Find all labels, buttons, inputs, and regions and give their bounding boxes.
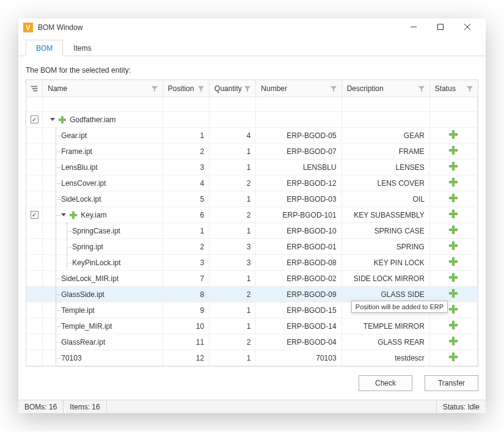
row-position-cell[interactable]: 1 — [163, 223, 210, 238]
row-number-cell[interactable]: ERP-BGOD-10 — [256, 223, 341, 238]
row-checkbox-cell[interactable] — [26, 128, 43, 143]
row-number-cell[interactable]: ERP-BGOD-101 — [256, 207, 341, 222]
row-description-cell[interactable] — [342, 112, 430, 127]
filter-cell-position[interactable] — [163, 97, 210, 111]
row-position-cell[interactable]: 12 — [163, 350, 210, 365]
filter-cell-number[interactable] — [256, 97, 341, 111]
row-status-cell[interactable] — [430, 144, 478, 159]
row-position-cell[interactable]: 3 — [163, 160, 210, 175]
row-name-cell[interactable]: LensBlu.ipt — [43, 160, 163, 175]
row-description-cell[interactable]: LENSES — [342, 160, 430, 175]
tree-toggle-icon[interactable] — [61, 213, 66, 216]
row-checkbox-cell[interactable] — [26, 255, 43, 270]
row-description-cell[interactable]: SPRING CASE — [342, 223, 430, 238]
table-row[interactable]: Key.iam62ERP-BGOD-101KEY SUBASSEMBLY — [26, 207, 478, 223]
row-position-cell[interactable]: 1 — [163, 128, 210, 143]
row-position-cell[interactable]: 11 — [163, 334, 210, 350]
row-quantity-cell[interactable]: 1 — [210, 144, 256, 159]
row-status-cell[interactable] — [430, 223, 478, 238]
row-name-cell[interactable]: Temple.ipt — [43, 302, 163, 318]
table-row[interactable]: Spring.ipt23ERP-BGOD-01SPRING — [26, 239, 478, 255]
row-name-cell[interactable]: SpringCase.ipt — [43, 223, 163, 238]
row-quantity-cell[interactable]: 1 — [210, 160, 256, 175]
row-name-cell[interactable]: Godfather.iam — [43, 112, 163, 127]
row-name-cell[interactable]: 70103 — [43, 350, 163, 365]
row-checkbox-cell[interactable] — [26, 271, 43, 286]
row-quantity-cell[interactable] — [210, 112, 256, 127]
row-checkbox-cell[interactable] — [26, 207, 43, 222]
filter-icon[interactable] — [331, 86, 337, 92]
row-name-cell[interactable]: Frame.ipt — [43, 144, 163, 159]
row-position-cell[interactable]: 3 — [163, 255, 210, 270]
row-checkbox-cell[interactable] — [26, 112, 43, 127]
row-description-cell[interactable]: SPRING — [342, 239, 430, 254]
row-number-cell[interactable]: ERP-BGOD-14 — [256, 318, 341, 334]
filter-icon[interactable] — [244, 86, 250, 92]
row-quantity-cell[interactable]: 2 — [210, 175, 256, 191]
row-quantity-cell[interactable]: 4 — [210, 128, 256, 143]
row-position-cell[interactable]: 6 — [163, 207, 210, 222]
row-status-cell[interactable] — [430, 239, 478, 254]
row-name-cell[interactable]: Temple_MIR.ipt — [43, 318, 163, 334]
row-status-cell[interactable] — [430, 160, 478, 175]
row-quantity-cell[interactable]: 2 — [210, 334, 256, 350]
row-quantity-cell[interactable]: 1 — [210, 223, 256, 238]
table-row[interactable]: LensBlu.ipt31LENSBLULENSES — [26, 160, 478, 175]
row-number-cell[interactable]: ERP-BGOD-02 — [256, 271, 341, 286]
row-status-cell[interactable] — [430, 207, 478, 222]
row-number-cell[interactable]: ERP-BGOD-03 — [256, 191, 341, 207]
row-quantity-cell[interactable]: 1 — [210, 350, 256, 365]
row-name-cell[interactable]: SideLock_MIR.ipt — [43, 271, 163, 286]
filter-icon[interactable] — [152, 86, 158, 92]
row-description-cell[interactable]: FRAME — [342, 144, 430, 159]
header-name[interactable]: Name — [43, 80, 163, 97]
row-status-cell[interactable] — [430, 350, 478, 365]
row-checkbox-cell[interactable] — [26, 334, 43, 350]
row-number-cell[interactable]: ERP-BGOD-12 — [256, 175, 341, 191]
table-row[interactable]: Godfather.iam — [26, 112, 478, 128]
row-checkbox-cell[interactable] — [26, 223, 43, 238]
header-description[interactable]: Description — [342, 80, 430, 97]
row-number-cell[interactable] — [256, 112, 341, 127]
tab-bom[interactable]: BOM — [26, 40, 63, 56]
minimize-button[interactable] — [405, 23, 422, 32]
row-position-cell[interactable]: 4 — [163, 175, 210, 191]
row-number-cell[interactable]: ERP-BGOD-05 — [256, 128, 341, 143]
table-row[interactable]: SpringCase.ipt11ERP-BGOD-10SPRING CASE — [26, 223, 478, 239]
row-description-cell[interactable]: testdescr — [342, 350, 430, 365]
row-status-cell[interactable] — [430, 175, 478, 191]
check-button[interactable]: Check — [359, 375, 412, 391]
header-status[interactable]: Status — [430, 80, 478, 97]
close-button[interactable] — [459, 23, 476, 32]
row-number-cell[interactable]: LENSBLU — [256, 160, 341, 175]
row-position-cell[interactable]: 10 — [163, 318, 210, 334]
row-quantity-cell[interactable]: 3 — [210, 239, 256, 254]
row-description-cell[interactable]: TEMPLE MIRROR — [342, 318, 430, 334]
row-number-cell[interactable]: ERP-BGOD-04 — [256, 334, 341, 350]
row-name-cell[interactable]: LensCover.ipt — [43, 175, 163, 191]
filter-cell-quantity[interactable] — [210, 97, 256, 111]
row-status-cell[interactable] — [430, 191, 478, 207]
row-checkbox-cell[interactable] — [26, 302, 43, 318]
row-status-cell[interactable] — [430, 334, 478, 350]
table-row[interactable]: Temple_MIR.ipt101ERP-BGOD-14TEMPLE MIRRO… — [26, 318, 478, 334]
filter-cell-check[interactable] — [26, 97, 43, 111]
row-description-cell[interactable]: GEAR — [342, 128, 430, 143]
row-status-cell[interactable] — [430, 112, 478, 127]
row-position-cell[interactable] — [163, 112, 210, 127]
row-description-cell[interactable]: OIL — [342, 191, 430, 207]
row-checkbox-cell[interactable] — [26, 350, 43, 365]
tree-toggle-icon[interactable] — [50, 118, 55, 121]
row-description-cell[interactable]: KEY SUBASSEMBLY — [342, 207, 430, 222]
table-row[interactable]: GlassRear.ipt112ERP-BGOD-04GLASS REAR — [26, 334, 478, 350]
row-number-cell[interactable]: ERP-BGOD-08 — [256, 255, 341, 270]
table-row[interactable]: Frame.ipt21ERP-BGOD-07FRAME — [26, 144, 478, 160]
row-name-cell[interactable]: Key.iam — [43, 207, 163, 222]
table-row[interactable]: KeyPinLock.ipt33ERP-BGOD-08KEY PIN LOCK — [26, 255, 478, 271]
row-quantity-cell[interactable]: 2 — [210, 207, 256, 222]
row-description-cell[interactable]: KEY PIN LOCK — [342, 255, 430, 270]
row-position-cell[interactable]: 5 — [163, 191, 210, 207]
row-number-cell[interactable]: ERP-BGOD-07 — [256, 144, 341, 159]
row-number-cell[interactable]: ERP-BGOD-01 — [256, 239, 341, 254]
row-position-cell[interactable]: 9 — [163, 302, 210, 318]
